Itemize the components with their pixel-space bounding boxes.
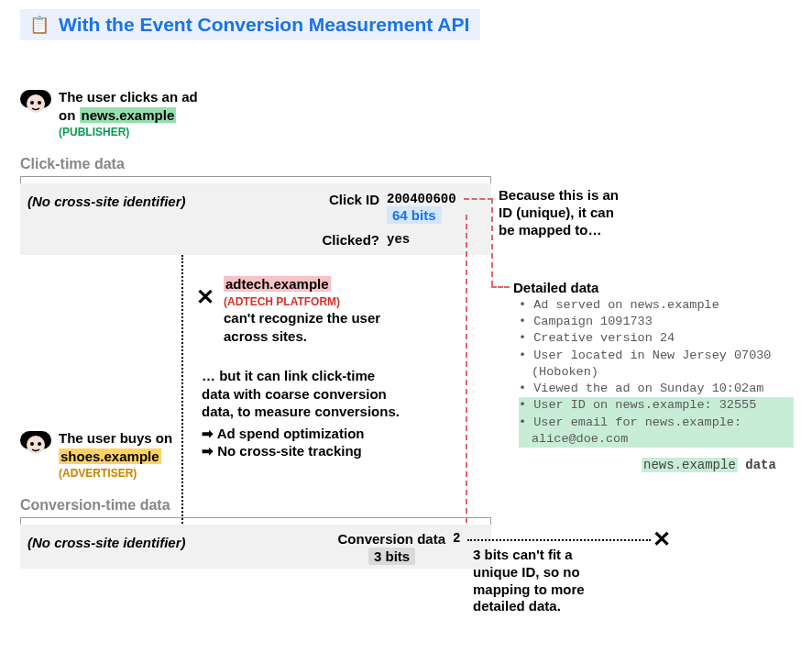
footer-site: news.example xyxy=(642,458,738,472)
step1-caption: The user clicks an ad on news.example (P… xyxy=(59,88,260,140)
list-item-hl: User ID on news.example: 32555 xyxy=(519,397,794,414)
connector-red xyxy=(464,198,493,200)
step2-role: (ADVERTISER) xyxy=(59,467,242,481)
detailed-data-title: Detailed data xyxy=(513,279,598,297)
clicked-value: yes xyxy=(387,231,410,248)
conversion-bits-badge: 3 bits xyxy=(368,548,415,564)
step1-site: news.example xyxy=(80,107,177,123)
list-item: User located in New Jersey 07030 xyxy=(519,349,771,362)
step1-role: (PUBLISHER) xyxy=(59,126,260,140)
svg-point-7 xyxy=(38,442,41,446)
section-divider xyxy=(20,176,491,177)
step2-caption: The user buys on shoes.example (ADVERTIS… xyxy=(59,429,242,481)
list-item: Creative version 24 xyxy=(519,331,675,345)
footer-suffix: data xyxy=(738,458,776,472)
click-id-label: Click ID xyxy=(317,191,379,209)
click-section-header: Click-time data xyxy=(20,156,125,172)
title-text: With the Event Conversion Measurement AP… xyxy=(59,14,469,36)
svg-point-6 xyxy=(30,442,34,446)
adtech-line2: across sites. xyxy=(224,327,434,346)
cross-icon: ✕ xyxy=(653,526,671,552)
svg-point-3 xyxy=(38,101,41,105)
conversion-data-value: 2 xyxy=(453,530,460,547)
detailed-data-list: Ad served on news.example Campaign 10917… xyxy=(519,297,794,448)
svg-point-2 xyxy=(30,101,34,105)
connector-red xyxy=(491,286,510,288)
connector-dotted xyxy=(467,539,651,541)
list-item: Ad served on news.example xyxy=(519,298,719,312)
adtech-role: (ADTECH PLATFORM) xyxy=(224,295,434,310)
cross-icon: ✕ xyxy=(196,284,214,310)
step2-site: shoes.example xyxy=(59,448,161,464)
conversion-data-label: Conversion data xyxy=(275,530,445,548)
click-id-value: 200400600 xyxy=(387,191,456,207)
list-item-hl-cont: alice@doe.com xyxy=(519,431,794,448)
clipboard-icon: 📋 xyxy=(29,15,49,35)
title-bar: 📋 With the Event Conversion Measurement … xyxy=(20,9,480,40)
step2-line1: The user buys on xyxy=(59,429,242,448)
user-avatar-icon xyxy=(20,431,51,462)
step1-line1: The user clicks an ad xyxy=(59,88,260,106)
because-note: Because this is an ID (unique), it can b… xyxy=(499,187,654,238)
no-cross-site-id-2: (No cross-site identifier) xyxy=(27,534,186,552)
list-item-cont: (Hoboken) xyxy=(519,364,794,381)
no-cross-site-id-1: (No cross-site identifier) xyxy=(27,193,186,211)
bits-note: 3 bits can't fit a unique ID, so no mapp… xyxy=(473,547,629,615)
user-avatar-icon xyxy=(20,90,51,121)
adtech-site: adtech.example xyxy=(224,276,331,292)
list-item: Campaign 1091733 xyxy=(519,315,653,328)
list-item: Viewed the ad on Sunday 10:02am xyxy=(519,382,763,395)
connector-red xyxy=(466,215,467,541)
list-item-hl: User email for news.example: xyxy=(519,415,794,431)
adtech-block: adtech.example (ADTECH PLATFORM) can't r… xyxy=(224,275,434,345)
adtech-line1: can't recognize the user xyxy=(224,309,434,327)
clicked-label: Clicked? xyxy=(317,231,379,249)
conversion-section-header: Conversion-time data xyxy=(20,497,170,514)
detailed-data-footer: news.example data xyxy=(642,457,776,472)
connector-dotted xyxy=(181,255,183,526)
step1-line2: on news.example xyxy=(59,106,260,125)
connector-red xyxy=(491,198,493,286)
click-id-bits-badge: 64 bits xyxy=(387,207,442,223)
section-divider xyxy=(20,517,491,518)
